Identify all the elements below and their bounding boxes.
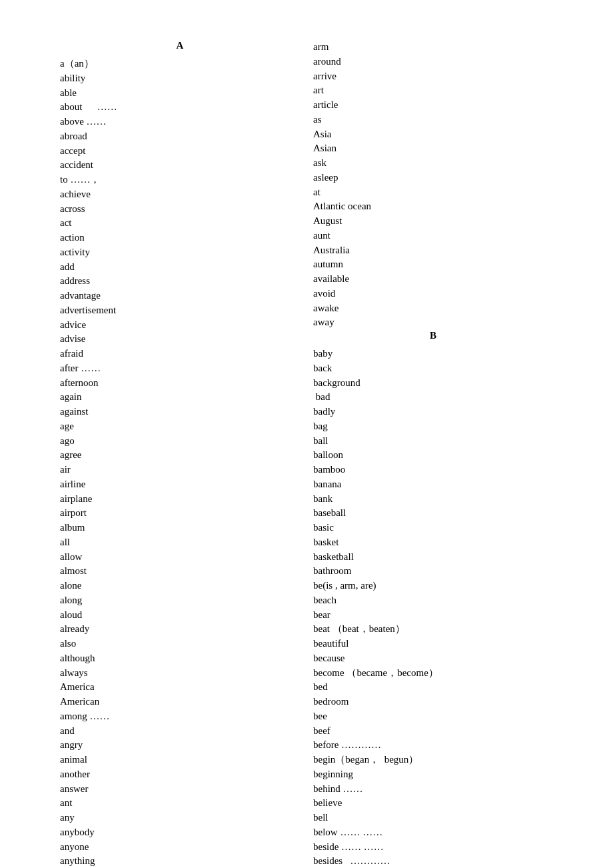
list-item: bank [313,492,553,507]
list-item: begin（began， begun） [313,753,553,767]
list-item: abroad [60,129,300,144]
list-item: afraid [60,347,300,361]
list-item: Australia [313,243,553,258]
list-item: to ……， [60,173,300,187]
list-item: bag [313,419,553,434]
list-item: around [313,55,553,69]
list-item: art [313,83,553,98]
list-item: arm [313,40,553,55]
list-item: beside …… …… [313,840,553,855]
list-item: accept [60,144,300,159]
list-item: against [60,405,300,419]
list-item: activity [60,245,300,260]
list-item: a（an） [60,57,300,71]
list-item: airline [60,477,300,492]
list-item: besides ………… [313,854,553,868]
list-item: beat （beat，beaten） [313,622,553,637]
list-item: August [313,214,553,229]
list-item: beautiful [313,637,553,651]
list-item: believe [313,796,553,811]
list-item: achieve [60,187,300,202]
list-item: agree [60,448,300,463]
list-item: along [60,593,300,608]
list-item: anyone [60,840,300,855]
list-item: awake [313,301,553,316]
list-item: ball [313,434,553,449]
list-item: accident [60,158,300,173]
list-item: article [313,98,553,113]
list-item: allow [60,550,300,565]
list-item: bamboo [313,463,553,477]
list-item: available [313,272,553,287]
list-item: banana [313,477,553,492]
list-item: also [60,637,300,651]
list-item: ago [60,434,300,449]
list-item: baseball [313,506,553,521]
list-item: any [60,811,300,825]
list-item: aunt [313,229,553,243]
left-column: A a（an）abilityableabout ……above ……abroad… [53,40,306,868]
list-item: add [60,260,300,275]
list-item: afternoon [60,376,300,391]
list-item: autumn [313,257,553,272]
list-item: Asia [313,127,553,142]
list-item: beach [313,593,553,608]
list-item: beef [313,724,553,739]
list-item: bed [313,680,553,695]
right-section-header-b: B [313,330,553,341]
list-item: ability [60,71,300,86]
list-item: bee [313,709,553,724]
list-item: again [60,390,300,405]
right-word-list-b: babybackbackground badbadlybagballballoo… [313,347,553,868]
list-item: bathroom [313,564,553,579]
list-item: American [60,695,300,709]
list-item: already [60,622,300,637]
list-item: bedroom [313,695,553,709]
list-item: avoid [313,287,553,301]
list-item: act [60,216,300,231]
list-item: basketball [313,550,553,565]
list-item: below …… …… [313,825,553,840]
list-item: advise [60,332,300,347]
list-item: able [60,86,300,101]
right-word-list-pre-b: armaroundarriveartarticleasAsiaAsianaska… [313,40,553,330]
list-item: anybody [60,825,300,840]
list-item: airport [60,506,300,521]
list-item: about …… [60,100,300,115]
list-item: ant [60,796,300,811]
list-item: alone [60,579,300,593]
list-item: before ………… [313,738,553,753]
list-item: beginning [313,767,553,782]
list-item: among …… [60,709,300,724]
list-item: away [313,315,553,330]
list-item: advice [60,318,300,333]
left-section-header: A [60,40,300,51]
list-item: action [60,231,300,245]
list-item: angry [60,738,300,753]
list-item: baby [313,347,553,361]
list-item: bear [313,608,553,623]
list-item: at [313,185,553,200]
list-item: age [60,419,300,434]
list-item: above …… [60,115,300,129]
list-item: album [60,521,300,535]
list-item: anything [60,854,300,868]
list-item: balloon [313,448,553,463]
list-item: badly [313,405,553,419]
list-item: and [60,724,300,739]
list-item: answer [60,782,300,797]
list-item: background [313,376,553,391]
list-item: Asian [313,141,553,156]
list-item: although [60,651,300,666]
list-item: almost [60,564,300,579]
left-word-list: a（an）abilityableabout ……above ……abroadac… [60,57,300,868]
list-item: America [60,680,300,695]
right-column: armaroundarriveartarticleasAsiaAsianaska… [306,40,560,868]
list-item: after …… [60,361,300,376]
list-item: all [60,535,300,550]
list-item: back [313,361,553,376]
list-item: another [60,767,300,782]
list-item: address [60,274,300,289]
list-item: bell [313,811,553,825]
list-item: arrive [313,69,553,84]
